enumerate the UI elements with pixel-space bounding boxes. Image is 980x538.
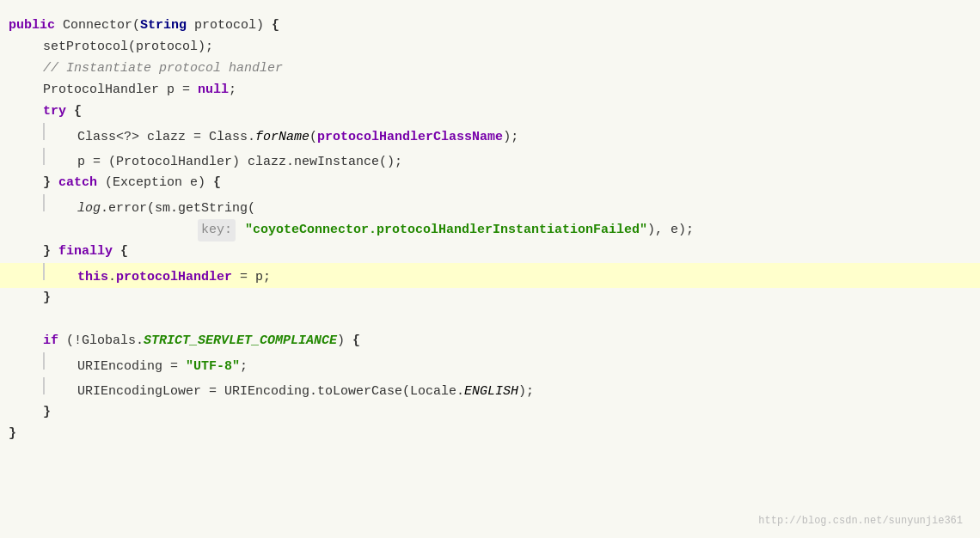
- plain-text: [237, 220, 245, 241]
- brace: }: [43, 402, 51, 423]
- plain-text: );: [503, 127, 518, 148]
- plain-text: (Exception e): [97, 173, 213, 193]
- code-line: [0, 309, 980, 331]
- string-value: "coyoteConnector.protocolHandlerInstanti…: [245, 220, 647, 241]
- brace: {: [74, 101, 82, 122]
- code-line: try {: [0, 101, 980, 123]
- field-name: protocolHandlerClassName: [317, 127, 503, 148]
- brace: }: [9, 424, 16, 444]
- plain-text: (: [309, 127, 317, 148]
- plain-text: ;: [229, 80, 236, 101]
- code-line: if (!Globals. STRICT_SERVLET_COMPLIANCE …: [0, 331, 980, 352]
- plain-text: (!Globals.: [58, 331, 144, 352]
- plain-text: ): [337, 331, 352, 352]
- plain-text: [51, 241, 58, 262]
- plain-text: protocol): [187, 15, 272, 36]
- code-line: p = (ProtocolHandler) clazz.newInstance(…: [0, 148, 980, 173]
- plain-text: );: [518, 382, 534, 402]
- code-line: } catch (Exception e) {: [0, 173, 980, 194]
- code-line: }: [0, 288, 980, 309]
- plain-text: ), e);: [647, 220, 694, 241]
- keyword-null: null: [198, 80, 229, 101]
- keyword-try: try: [43, 101, 66, 122]
- static-field-english: ENGLISH: [464, 382, 518, 402]
- plain-text: Connector(: [55, 15, 140, 36]
- plain-text: [51, 173, 58, 193]
- code-line: log.error(sm.getString(: [0, 194, 980, 219]
- keyword-string: String: [140, 15, 187, 36]
- keyword-if: if: [43, 331, 58, 352]
- code-line: key: "coyoteConnector.protocolHandlerIns…: [0, 219, 980, 241]
- plain-text: ;: [240, 357, 248, 377]
- param-key-label: key:: [198, 219, 236, 241]
- plain-text: .: [108, 267, 116, 288]
- code-line: } finally {: [0, 241, 980, 263]
- plain-text: Class<?> clazz = Class.: [77, 127, 255, 148]
- keyword-public: public: [9, 15, 55, 36]
- code-line: public Connector( String protocol) {: [0, 15, 980, 37]
- brace: {: [352, 331, 360, 352]
- code-line: Class<?> clazz = Class. forName ( protoc…: [0, 123, 980, 148]
- keyword-this: this: [77, 267, 108, 288]
- plain-text: p = (ProtocolHandler) clazz.newInstance(…: [77, 152, 402, 173]
- code-line: // Instantiate protocol handler: [0, 58, 980, 80]
- watermark: http://blog.csdn.net/sunyunjie361: [758, 513, 963, 529]
- keyword-finally: finally: [58, 241, 113, 262]
- code-line-highlighted: this . protocolHandler = p;: [0, 263, 980, 288]
- plain-text: setProtocol(protocol);: [43, 37, 213, 58]
- code-line: URIEncodingLower = URIEncoding.toLowerCa…: [0, 377, 980, 402]
- code-line: setProtocol(protocol);: [0, 37, 980, 58]
- comment: // Instantiate protocol handler: [43, 58, 283, 79]
- code-line: URIEncoding = "UTF-8" ;: [0, 352, 980, 377]
- string-utf8: "UTF-8": [186, 357, 240, 377]
- static-field-compliance: STRICT_SERVLET_COMPLIANCE: [144, 331, 337, 352]
- brace: }: [43, 241, 51, 262]
- plain-text: log.error(sm.getString(: [77, 199, 255, 219]
- method-forname: forName: [255, 127, 309, 148]
- brace: {: [120, 241, 128, 262]
- plain-text: [66, 101, 74, 122]
- code-line: ProtocolHandler p = null ;: [0, 80, 980, 101]
- plain-text: [113, 241, 120, 262]
- plain-text: ProtocolHandler p =: [43, 80, 198, 101]
- brace: {: [213, 173, 221, 193]
- plain-text: = p;: [232, 267, 271, 288]
- brace: }: [43, 288, 51, 309]
- code-viewer: public Connector( String protocol) { set…: [0, 0, 980, 538]
- field-protocol-handler: protocolHandler: [116, 267, 232, 288]
- code-line: }: [0, 402, 980, 424]
- brace: }: [43, 173, 51, 193]
- plain-text: [9, 309, 16, 330]
- keyword-catch: catch: [58, 173, 97, 193]
- brace: {: [272, 15, 279, 36]
- plain-text: URIEncodingLower = URIEncoding.toLowerCa…: [77, 382, 464, 402]
- code-line: }: [0, 424, 980, 445]
- plain-text: URIEncoding =: [77, 357, 186, 377]
